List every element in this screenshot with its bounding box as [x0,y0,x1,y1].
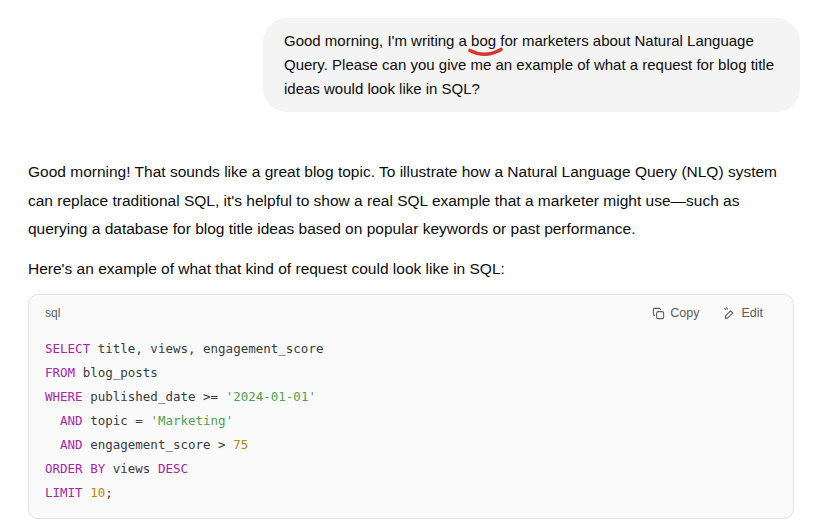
code-block-header: sql Copy Edit [29,295,793,320]
sql-code-block: sql Copy Edit SELECT title, views, engag… [28,294,794,519]
edit-pencil-icon [723,307,736,320]
chat-page: Good morning, I'm writing a bog for mark… [0,0,828,519]
assistant-paragraph-1: Good morning! That sounds like a great b… [28,158,796,244]
code-content: SELECT title, views, engagement_scoreFRO… [29,320,793,518]
edit-button[interactable]: Edit [723,306,763,320]
copy-icon [652,307,665,320]
assistant-message: Good morning! That sounds like a great b… [28,158,796,519]
code-language-label: sql [45,306,60,320]
copy-button[interactable]: Copy [652,306,699,320]
user-message-text-before: Good morning, I'm writing a [284,32,471,49]
user-message-bubble: Good morning, I'm writing a bog for mark… [263,18,800,112]
copy-button-label: Copy [670,306,699,320]
misspelled-word: bog [471,32,496,49]
user-message-row: Good morning, I'm writing a bog for mark… [28,18,800,112]
code-block-actions: Copy Edit [652,306,763,320]
edit-button-label: Edit [741,306,763,320]
misspelled-word-text: bog [471,32,496,49]
assistant-paragraph-2: Here's an example of what that kind of r… [28,255,796,284]
